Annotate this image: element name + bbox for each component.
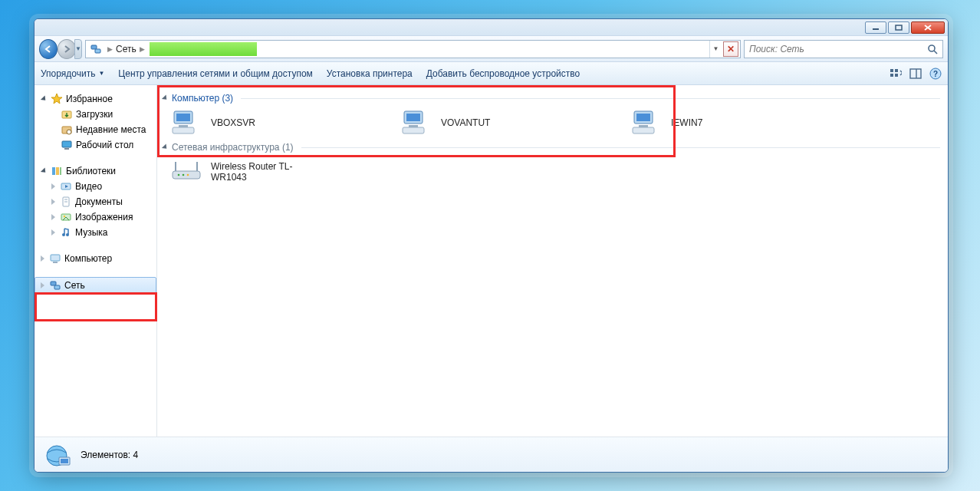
svg-rect-11 <box>895 74 898 77</box>
star-icon <box>51 93 63 105</box>
svg-point-19 <box>67 130 71 134</box>
preview-pane-button[interactable] <box>909 68 922 80</box>
computer-item[interactable]: IEWIN7 <box>630 108 783 137</box>
group-divider <box>301 147 940 148</box>
group-header-computers[interactable]: Компьютер (3) <box>162 93 940 104</box>
tree-downloads[interactable]: Загрузки <box>35 107 156 122</box>
search-box[interactable] <box>744 40 943 58</box>
minimize-button[interactable] <box>865 21 886 34</box>
documents-icon <box>60 196 72 208</box>
tree-recent-label: Недавние места <box>76 124 146 135</box>
svg-rect-1 <box>896 25 902 30</box>
expand-toggle-icon[interactable] <box>41 95 48 102</box>
svg-rect-9 <box>895 69 898 72</box>
tree-network[interactable]: Сеть <box>35 277 156 294</box>
expand-toggle-icon[interactable] <box>51 229 55 236</box>
navigation-pane: Избранное Загрузки Недавние места <box>35 85 157 437</box>
music-icon <box>60 226 72 239</box>
svg-marker-16 <box>51 94 62 104</box>
help-button[interactable]: ? <box>929 68 942 80</box>
tree-recent-places[interactable]: Недавние места <box>35 122 156 137</box>
chevron-down-icon: ▼ <box>98 70 104 77</box>
titlebar <box>35 19 948 36</box>
expand-toggle-icon[interactable] <box>51 214 55 220</box>
svg-point-55 <box>187 174 189 176</box>
group-header-infrastructure[interactable]: Сетевая инфраструктура (1) <box>162 142 940 153</box>
svg-rect-50 <box>173 171 200 179</box>
svg-line-7 <box>934 51 937 54</box>
address-bar[interactable]: ▶ Сеть ▶ ▼ ✕ <box>85 40 741 58</box>
back-button[interactable] <box>39 39 58 59</box>
tree-desktop[interactable]: Рабочий стол <box>35 137 156 153</box>
svg-rect-34 <box>51 255 60 261</box>
svg-rect-58 <box>61 459 68 463</box>
desktop-icon <box>61 139 73 151</box>
group-count: (1) <box>282 142 294 153</box>
svg-point-6 <box>929 45 935 51</box>
tree-libraries-group: Библиотеки Видео Документы <box>35 163 156 240</box>
tree-music-label: Музыка <box>75 227 107 238</box>
add-wireless-button[interactable]: Добавить беспроводное устройство <box>426 68 580 79</box>
explorer-window: ▼ ▶ Сеть ▶ ▼ ✕ Упорядочить ▼ <box>34 18 949 473</box>
expand-toggle-icon[interactable] <box>41 282 44 288</box>
address-highlight <box>150 42 257 56</box>
address-clear-button[interactable]: ✕ <box>723 41 738 57</box>
computer-large-icon <box>630 108 663 137</box>
svg-point-31 <box>64 216 65 217</box>
tree-computer-group: Компьютер <box>35 251 156 266</box>
router-item-label: Wireless Router TL-WR1043 <box>211 161 323 183</box>
breadcrumb-location[interactable]: Сеть <box>116 44 136 54</box>
forward-button[interactable] <box>58 39 76 59</box>
expand-toggle-icon[interactable] <box>41 167 48 174</box>
tree-libraries-label: Библиотеки <box>66 166 116 176</box>
search-input[interactable] <box>749 44 927 54</box>
svg-rect-41 <box>173 127 194 133</box>
svg-rect-45 <box>403 127 424 133</box>
computer-item-label: VOVANTUT <box>441 117 490 128</box>
breadcrumb-sep-icon: ▶ <box>136 45 148 53</box>
add-wireless-label: Добавить беспроводное устройство <box>426 68 580 79</box>
address-dropdown[interactable]: ▼ <box>709 41 722 58</box>
tree-desktop-label: Рабочий стол <box>76 140 133 150</box>
svg-rect-36 <box>51 282 56 285</box>
network-center-button[interactable]: Центр управления сетями и общим доступом <box>118 68 313 79</box>
network-center-label: Центр управления сетями и общим доступом <box>118 68 313 79</box>
tree-computer[interactable]: Компьютер <box>35 251 156 266</box>
address-right: ▼ ✕ <box>709 41 738 58</box>
computer-item[interactable]: VOVANTUT <box>400 108 553 137</box>
tree-video[interactable]: Видео <box>35 179 156 194</box>
expand-toggle-icon[interactable] <box>162 94 169 101</box>
tree-libraries[interactable]: Библиотеки <box>35 163 156 179</box>
nav-back-forward: ▼ <box>39 38 82 61</box>
tree-network-label: Сеть <box>64 280 85 291</box>
search-icon[interactable] <box>927 44 938 54</box>
tree-favorites[interactable]: Избранное <box>35 91 156 107</box>
svg-rect-8 <box>890 69 893 72</box>
tree-favorites-label: Избранное <box>66 94 113 104</box>
expand-toggle-icon[interactable] <box>41 255 44 262</box>
expand-toggle-icon[interactable] <box>162 143 169 150</box>
svg-rect-10 <box>890 74 893 77</box>
organize-menu[interactable]: Упорядочить ▼ <box>41 68 104 79</box>
view-options-button[interactable] <box>890 68 902 80</box>
router-item[interactable]: Wireless Router TL-WR1043 <box>169 157 323 186</box>
group-items-infrastructure: Wireless Router TL-WR1043 <box>162 157 940 186</box>
tree-network-group: Сеть <box>35 277 156 294</box>
computer-item[interactable]: VBOXSVR <box>169 108 323 137</box>
tree-video-label: Видео <box>75 181 102 192</box>
expand-toggle-icon[interactable] <box>51 183 55 189</box>
video-icon <box>60 180 72 193</box>
address-row: ▼ ▶ Сеть ▶ ▼ ✕ <box>35 36 948 62</box>
computer-item-label: IEWIN7 <box>671 117 702 128</box>
svg-point-53 <box>178 174 180 176</box>
tree-music[interactable]: Музыка <box>35 225 156 240</box>
add-printer-button[interactable]: Установка принтера <box>327 68 413 79</box>
tree-images[interactable]: Изображения <box>35 209 156 225</box>
maximize-button[interactable] <box>888 21 909 34</box>
expand-toggle-icon[interactable] <box>51 199 55 205</box>
libraries-icon <box>51 165 63 177</box>
close-button[interactable] <box>911 21 945 34</box>
tree-documents[interactable]: Документы <box>35 194 156 209</box>
svg-rect-39 <box>176 114 190 121</box>
nav-history-dropdown[interactable]: ▼ <box>74 39 82 59</box>
